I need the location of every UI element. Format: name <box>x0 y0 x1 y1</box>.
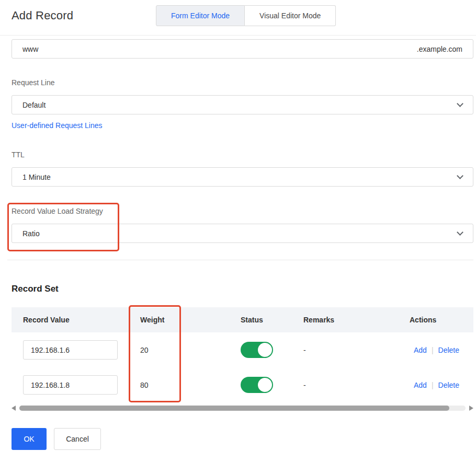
status-toggle[interactable] <box>241 342 273 358</box>
weight-value: 20 <box>129 346 229 354</box>
table-row: 192.168.1.6 20 - Add|Delete <box>12 332 473 367</box>
weight-value: 80 <box>129 381 229 389</box>
load-strategy-value: Ratio <box>22 229 40 238</box>
add-record-dialog: Add Record Form Editor Mode Visual Edito… <box>0 0 476 451</box>
column-header-actions: Actions <box>398 316 473 324</box>
action-separator: | <box>432 381 434 389</box>
column-header-status: Status <box>229 316 292 324</box>
scroll-right-arrow-icon[interactable] <box>469 406 473 411</box>
toggle-knob-icon <box>258 343 272 357</box>
action-separator: | <box>432 346 434 354</box>
scroll-left-arrow-icon[interactable] <box>12 406 16 411</box>
table-row: 192.168.1.8 80 - Add|Delete <box>12 367 473 402</box>
delete-row-button[interactable]: Delete <box>438 381 459 389</box>
record-value-input[interactable]: 192.168.1.8 <box>23 375 118 395</box>
ttl-value: 1 Minute <box>22 173 51 181</box>
host-record-input[interactable]: www .example.com <box>12 39 473 59</box>
remarks-value: - <box>292 381 398 389</box>
load-strategy-label: Record Value Load Strategy <box>12 207 103 215</box>
record-set-table: Record Value Weight Status Remarks Actio… <box>12 307 473 402</box>
page-title: Add Record <box>12 9 73 22</box>
tab-form-editor-mode[interactable]: Form Editor Mode <box>156 5 245 26</box>
domain-suffix: .example.com <box>417 45 462 53</box>
column-header-weight: Weight <box>129 316 229 324</box>
cancel-button[interactable]: Cancel <box>54 428 101 450</box>
chevron-down-icon <box>457 172 463 179</box>
section-divider <box>7 260 473 260</box>
tab-visual-editor-mode[interactable]: Visual Editor Mode <box>245 5 336 26</box>
record-value-text: 192.168.1.6 <box>31 346 70 354</box>
request-line-value: Default <box>22 101 46 109</box>
add-row-button[interactable]: Add <box>414 346 427 354</box>
request-line-label: Request Line <box>12 78 55 87</box>
delete-row-button[interactable]: Delete <box>438 346 459 354</box>
host-record-value: www <box>22 45 38 53</box>
horizontal-scrollbar <box>12 403 473 413</box>
record-value-text: 192.168.1.8 <box>31 381 70 389</box>
add-row-button[interactable]: Add <box>414 381 427 389</box>
record-value-input[interactable]: 192.168.1.6 <box>23 340 118 360</box>
load-strategy-select[interactable]: Ratio <box>12 224 473 243</box>
status-toggle[interactable] <box>241 377 273 393</box>
ttl-label: TTL <box>12 151 25 159</box>
toggle-knob-icon <box>258 378 272 392</box>
table-header-row: Record Value Weight Status Remarks Actio… <box>12 307 473 332</box>
column-header-record-value: Record Value <box>12 316 129 324</box>
column-header-remarks: Remarks <box>292 316 398 324</box>
ok-button[interactable]: OK <box>12 428 47 450</box>
editor-mode-tabs: Form Editor Mode Visual Editor Mode <box>156 5 336 26</box>
scrollbar-thumb[interactable] <box>19 406 449 411</box>
request-line-select[interactable]: Default <box>12 95 473 114</box>
ttl-select[interactable]: 1 Minute <box>12 167 473 187</box>
user-defined-request-lines-link[interactable]: User-defined Request Lines <box>12 121 103 130</box>
remarks-value: - <box>292 346 398 354</box>
record-set-title: Record Set <box>12 284 59 294</box>
chevron-down-icon <box>457 229 463 236</box>
chevron-down-icon <box>457 100 463 107</box>
dialog-header: Add Record Form Editor Mode Visual Edito… <box>0 0 476 36</box>
